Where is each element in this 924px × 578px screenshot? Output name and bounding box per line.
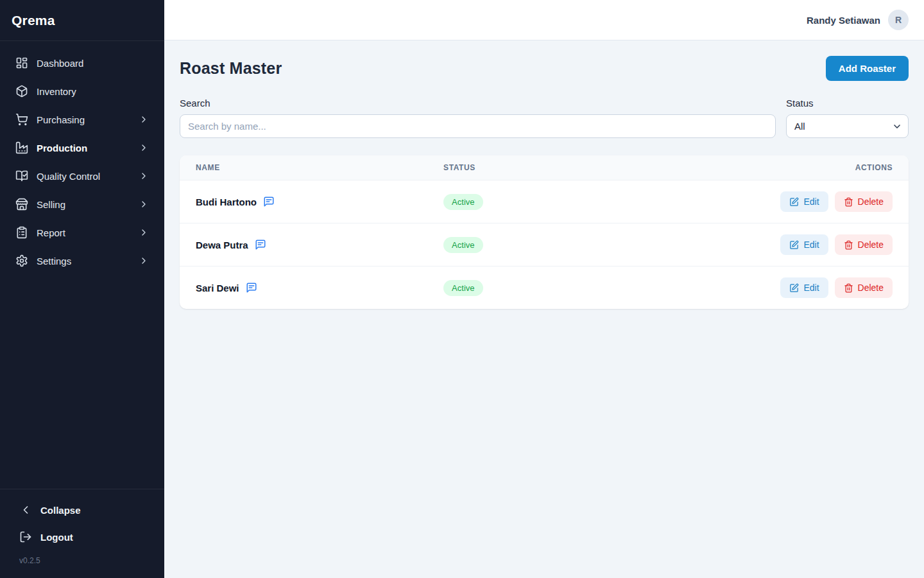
column-header-actions: ACTIONS	[587, 155, 909, 180]
roaster-table: NAME STATUS ACTIONS Budi Hartono	[180, 155, 909, 309]
delete-label: Delete	[858, 240, 884, 250]
sidebar-item-label: Production	[37, 143, 87, 153]
roaster-name: Sari Dewi	[196, 283, 239, 293]
gear-icon	[15, 254, 28, 267]
sidebar-item-quality-control[interactable]: Quality Control	[8, 163, 157, 189]
topbar: Randy Setiawan R	[164, 0, 924, 40]
roaster-name: Dewa Putra	[196, 240, 248, 250]
chevron-right-icon	[139, 114, 149, 125]
store-icon	[15, 198, 28, 211]
trash-icon	[844, 240, 853, 250]
edit-label: Edit	[803, 283, 819, 293]
sidebar-item-label: Selling	[37, 199, 65, 210]
edit-pen-icon	[789, 283, 799, 293]
table-row: Sari Dewi Active Edit	[180, 267, 909, 310]
logout-button[interactable]: Logout	[8, 524, 157, 550]
table-row: Budi Hartono Active Edit	[180, 180, 909, 223]
avatar[interactable]: R	[888, 10, 909, 30]
status-badge: Active	[443, 194, 483, 210]
delete-button[interactable]: Delete	[835, 191, 893, 212]
sidebar-item-selling[interactable]: Selling	[8, 191, 157, 217]
add-roaster-button[interactable]: Add Roaster	[826, 56, 909, 81]
delete-button[interactable]: Delete	[835, 234, 893, 255]
sidebar-item-label: Purchasing	[37, 114, 85, 125]
chevron-right-icon	[139, 171, 149, 181]
chevron-right-icon	[139, 256, 149, 266]
sidebar-item-purchasing[interactable]: Purchasing	[8, 107, 157, 132]
edit-pen-icon	[789, 197, 799, 207]
message-square-icon[interactable]	[246, 282, 257, 293]
clipboard-list-icon	[15, 226, 28, 239]
chevron-right-icon	[139, 199, 149, 209]
chevron-right-icon	[139, 227, 149, 238]
search-label: Search	[180, 98, 776, 109]
sidebar-item-report[interactable]: Report	[8, 220, 157, 245]
user-name[interactable]: Randy Setiawan	[807, 15, 880, 26]
sidebar-item-label: Report	[37, 227, 65, 238]
app-version: v0.2.5	[8, 551, 157, 572]
delete-label: Delete	[858, 283, 884, 293]
chevron-left-icon	[19, 504, 32, 516]
page-title: Roast Master	[180, 59, 282, 78]
collapse-label: Collapse	[40, 505, 81, 516]
message-square-icon[interactable]	[255, 239, 266, 250]
sidebar-item-settings[interactable]: Settings	[8, 248, 157, 274]
edit-pen-icon	[789, 240, 799, 250]
sidebar-item-label: Inventory	[37, 86, 76, 97]
main-content: Roast Master Add Roaster Search Status A…	[164, 40, 924, 578]
column-header-name: NAME	[180, 155, 427, 180]
factory-icon	[15, 141, 28, 154]
edit-label: Edit	[803, 197, 819, 207]
search-input[interactable]	[180, 114, 776, 138]
package-icon	[15, 85, 28, 98]
book-check-icon	[15, 170, 28, 182]
edit-button[interactable]: Edit	[780, 234, 828, 255]
roaster-name: Budi Hartono	[196, 197, 257, 207]
shopping-cart-icon	[15, 113, 28, 126]
status-badge: Active	[443, 280, 483, 296]
sidebar-item-inventory[interactable]: Inventory	[8, 78, 157, 104]
app-logo: Qrema	[0, 0, 164, 41]
edit-button[interactable]: Edit	[780, 277, 828, 298]
sidebar-item-dashboard[interactable]: Dashboard	[8, 50, 157, 76]
trash-icon	[844, 283, 853, 293]
status-label: Status	[786, 98, 909, 109]
sidebar-item-label: Settings	[37, 256, 71, 267]
collapse-button[interactable]: Collapse	[8, 497, 157, 523]
sidebar: Qrema Dashboard Inventory Purchasing	[0, 0, 164, 578]
edit-button[interactable]: Edit	[780, 191, 828, 212]
delete-label: Delete	[858, 197, 884, 207]
chevron-right-icon	[139, 143, 149, 153]
sidebar-item-label: Dashboard	[37, 58, 83, 69]
filters-row: Search Status All	[180, 98, 909, 138]
sidebar-item-production[interactable]: Production	[8, 135, 157, 161]
status-badge: Active	[443, 237, 483, 253]
edit-label: Edit	[803, 240, 819, 250]
logout-icon	[19, 530, 32, 543]
status-select[interactable]: All	[786, 114, 909, 138]
trash-icon	[844, 197, 853, 207]
logout-label: Logout	[40, 532, 73, 543]
delete-button[interactable]: Delete	[835, 277, 893, 298]
table-header-row: NAME STATUS ACTIONS	[180, 155, 909, 180]
roaster-table-card: NAME STATUS ACTIONS Budi Hartono	[180, 155, 909, 309]
column-header-status: STATUS	[427, 155, 587, 180]
table-row: Dewa Putra Active Edit	[180, 223, 909, 267]
sidebar-nav: Dashboard Inventory Purchasing Productio…	[0, 41, 164, 283]
sidebar-item-label: Quality Control	[37, 171, 100, 182]
message-square-icon[interactable]	[263, 196, 275, 207]
dashboard-icon	[15, 57, 28, 69]
sidebar-bottom: Collapse Logout v0.2.5	[0, 489, 164, 578]
